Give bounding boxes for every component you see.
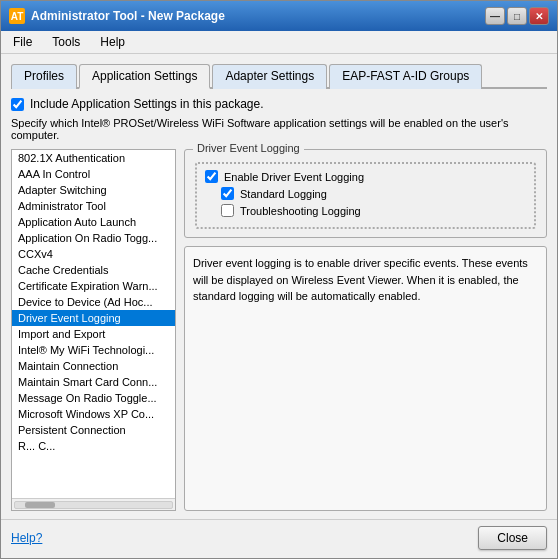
group-title: Driver Event Logging [193,142,304,154]
bottom-bar: Help? Close [1,519,557,558]
tab-bar: Profiles Application Settings Adapter Se… [11,62,547,89]
list-item[interactable]: Microsoft Windows XP Co... [12,406,175,422]
info-text-box: Driver event logging is to enable driver… [184,246,547,511]
list-item[interactable]: Message On Radio Toggle... [12,390,175,406]
enable-logging-box: Enable Driver Event Logging Standard Log… [195,162,536,229]
list-item[interactable]: Maintain Smart Card Conn... [12,374,175,390]
tab-eap-fast[interactable]: EAP-FAST A-ID Groups [329,64,482,89]
list-item[interactable]: Import and Export [12,326,175,342]
list-item[interactable]: Application On Radio Togg... [12,230,175,246]
tab-adapter-settings[interactable]: Adapter Settings [212,64,327,89]
right-panel: Driver Event Logging Enable Driver Event… [184,149,547,511]
standard-logging-label: Standard Logging [240,188,327,200]
tab-profiles[interactable]: Profiles [11,64,77,89]
list-scrollbar[interactable] [12,498,175,510]
description-text: Specify which Intel® PROSet/Wireless WiF… [11,117,547,141]
list-item[interactable]: Device to Device (Ad Hoc... [12,294,175,310]
menu-file[interactable]: File [5,33,40,51]
scrollbar-thumb[interactable] [25,502,55,508]
list-item[interactable]: R... C... [12,438,175,454]
window-title: Administrator Tool - New Package [31,9,485,23]
list-item[interactable]: Administrator Tool [12,198,175,214]
list-item[interactable]: 802.1X Authentication [12,150,175,166]
window-close-button[interactable]: ✕ [529,7,549,25]
driver-event-logging-group: Driver Event Logging Enable Driver Event… [184,149,547,238]
title-bar-buttons: — □ ✕ [485,7,549,25]
standard-logging-checkbox[interactable] [221,187,234,200]
menu-help[interactable]: Help [92,33,133,51]
maximize-button[interactable]: □ [507,7,527,25]
include-settings-checkbox[interactable] [11,98,24,111]
troubleshooting-logging-label: Troubleshooting Logging [240,205,361,217]
list-item[interactable]: Certificate Expiration Warn... [12,278,175,294]
list-panel: 802.1X Authentication AAA In Control Ada… [11,149,176,511]
include-settings-label: Include Application Settings in this pac… [30,97,263,111]
title-bar: AT Administrator Tool - New Package — □ … [1,1,557,31]
content-area: Profiles Application Settings Adapter Se… [1,54,557,519]
tab-application-settings[interactable]: Application Settings [79,64,210,89]
scrollbar-track[interactable] [14,501,173,509]
troubleshooting-logging-row: Troubleshooting Logging [221,204,526,217]
enable-logging-row: Enable Driver Event Logging [205,170,526,183]
main-window: AT Administrator Tool - New Package — □ … [0,0,558,559]
settings-list[interactable]: 802.1X Authentication AAA In Control Ada… [12,150,175,498]
group-content: Enable Driver Event Logging Standard Log… [195,162,536,229]
app-icon: AT [9,8,25,24]
list-item-selected[interactable]: Driver Event Logging [12,310,175,326]
close-button[interactable]: Close [478,526,547,550]
enable-logging-checkbox[interactable] [205,170,218,183]
include-settings-row: Include Application Settings in this pac… [11,97,547,111]
enable-logging-label: Enable Driver Event Logging [224,171,364,183]
minimize-button[interactable]: — [485,7,505,25]
list-item[interactable]: Cache Credentials [12,262,175,278]
standard-logging-row: Standard Logging [221,187,526,200]
list-item[interactable]: Maintain Connection [12,358,175,374]
list-item[interactable]: Application Auto Launch [12,214,175,230]
list-item[interactable]: Persistent Connection [12,422,175,438]
list-item[interactable]: Adapter Switching [12,182,175,198]
list-item[interactable]: AAA In Control [12,166,175,182]
menu-bar: File Tools Help [1,31,557,54]
list-item[interactable]: Intel® My WiFi Technologi... [12,342,175,358]
menu-tools[interactable]: Tools [44,33,88,51]
help-link[interactable]: Help? [11,531,42,545]
main-panel: 802.1X Authentication AAA In Control Ada… [11,149,547,511]
troubleshooting-logging-checkbox[interactable] [221,204,234,217]
list-item[interactable]: CCXv4 [12,246,175,262]
